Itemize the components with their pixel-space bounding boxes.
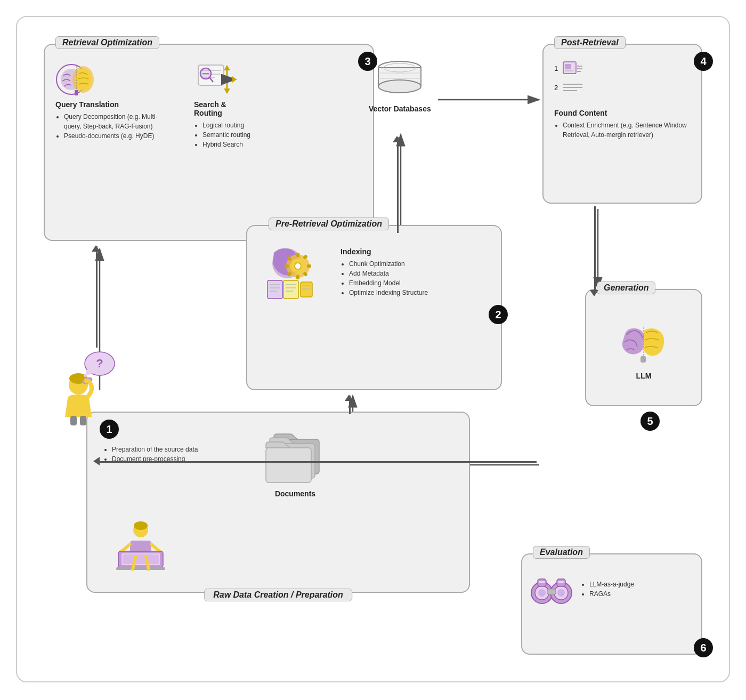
bullet-item: LLM-as-a-judge [589,580,634,589]
number-4-circle: 4 [694,52,713,71]
llm-brain-icon [617,323,670,368]
number-3-circle: 3 [358,52,377,71]
svg-rect-49 [296,253,299,257]
search-routing-section: Search &Routing Logical routing Semantic… [194,61,301,149]
vector-db-section: Vector Databases [369,60,431,116]
svg-rect-37 [565,64,571,69]
evaluation-text: LLM-as-a-judge RAGAs [581,580,634,599]
post-retrieval-label: Post-Retrieval [554,36,626,49]
svg-rect-15 [75,90,78,95]
item-2-icon [562,80,583,95]
svg-point-14 [75,69,91,90]
svg-point-74 [134,521,148,530]
raw-data-label: Raw Data Creation / Preparation [204,589,352,601]
item-1-label: 1 [554,65,558,73]
number-1-circle: 1 [100,420,119,439]
arrowhead-down-generation [590,290,598,296]
svg-rect-89 [70,416,77,425]
svg-point-48 [295,263,301,269]
person-laptop-section [114,520,167,576]
svg-marker-29 [232,76,237,83]
bullet-item: Preparation of the source data [112,445,221,454]
svg-rect-61 [283,280,298,299]
svg-rect-81 [116,567,165,570]
svg-point-91 [84,374,87,377]
indexing-icon [258,242,327,301]
found-content-bullets: Context Enrichment (e.g. Sentence Window… [554,120,693,140]
bullet-item: Optimize Indexing Structure [349,288,493,297]
svg-rect-99 [547,589,556,594]
evaluation-bullets: LLM-as-a-judge RAGAs [581,580,634,599]
bullet-item: Logical routing [202,120,301,130]
arrowhead-up-vectordb [393,136,401,142]
query-translation-bullets: Query Decomposition (e.g. Multi-query, S… [55,112,173,141]
pre-retrieval-box: Pre-Retrieval Optimization [246,225,502,390]
svg-rect-65 [301,282,312,297]
query-translation-section: Query Translation Query Decomposition (e… [55,61,173,141]
bullet-item: Add Metadata [349,269,493,278]
main-diagram-container: Retrieval Optimization [16,16,730,682]
number-5-circle: 5 [640,412,660,431]
svg-rect-51 [285,264,289,268]
arrowhead-left-llm [93,457,100,465]
indexing-bullets: Chunk Optimization Add Metadata Embeddin… [340,259,493,297]
svg-rect-102 [539,581,545,583]
post-retrieval-items: 1 2 [554,61,583,103]
bullet-item: Embedding Model [349,278,493,288]
documents-label: Documents [263,489,327,498]
svg-rect-72 [266,448,311,482]
svg-rect-52 [307,264,311,268]
documents-section: Documents [263,429,327,501]
vector-db-icon [373,60,426,102]
item-2-label: 2 [554,84,558,92]
svg-rect-80 [123,554,159,564]
found-content-title: Found Content [554,109,693,117]
indexing-section [258,242,327,303]
bullet-item: Chunk Optimization [349,259,493,269]
number-2-circle: 2 [489,305,508,324]
item-1-icon [562,61,583,76]
llm-label: LLM [636,372,652,380]
generation-label: Generation [597,281,655,294]
query-translation-title: Query Translation [55,100,173,109]
bullet-item: Semantic routing [202,130,301,140]
thinking-person-icon: ? [54,348,118,428]
thinking-person-section: ? [54,348,118,430]
search-routing-title: Search &Routing [194,100,301,117]
found-content-section: Found Content Context Enrichment (e.g. S… [554,109,693,140]
evaluation-label: Evaluation [533,546,590,559]
generation-content: LLM [586,290,701,405]
vector-db-label: Vector Databases [369,104,431,113]
arrowhead-up-left [92,245,100,252]
evaluation-content: LLM-as-a-judge RAGAs [522,554,701,608]
svg-marker-27 [224,88,230,94]
post-retrieval-box: Post-Retrieval 1 2 [542,44,702,204]
svg-point-32 [378,80,421,93]
indexing-text-section: Indexing Chunk Optimization Add Metadata… [340,247,493,297]
svg-rect-103 [558,581,564,583]
binoculars-icon [530,570,573,608]
svg-point-95 [538,589,546,597]
evaluation-box: Evaluation [521,553,702,655]
svg-rect-90 [80,416,86,425]
bullet-item: Context Enrichment (e.g. Sentence Window… [563,120,693,140]
bullet-item: RAGAs [589,589,634,599]
person-laptop-icon [114,520,167,574]
svg-rect-57 [267,280,282,299]
svg-marker-26 [224,65,230,70]
brain-icon [55,61,98,98]
retrieval-optimization-box: Retrieval Optimization [44,44,374,241]
indexing-title: Indexing [340,247,493,256]
svg-text:?: ? [96,357,103,370]
generation-box: Generation LLM [585,289,702,406]
retrieval-optimization-label: Retrieval Optimization [55,36,159,49]
bullet-item: Hybrid Search [202,140,301,149]
arrow-up-left [96,246,98,348]
raw-data-box: Raw Data Creation / Preparation Preparat… [86,412,470,593]
documents-icon [263,429,327,487]
svg-rect-50 [296,275,299,279]
number-6-circle: 6 [694,638,713,657]
pre-retrieval-label: Pre-Retrieval Optimization [269,218,389,230]
svg-point-92 [86,370,90,374]
arrow-up-vectordb [397,137,399,233]
